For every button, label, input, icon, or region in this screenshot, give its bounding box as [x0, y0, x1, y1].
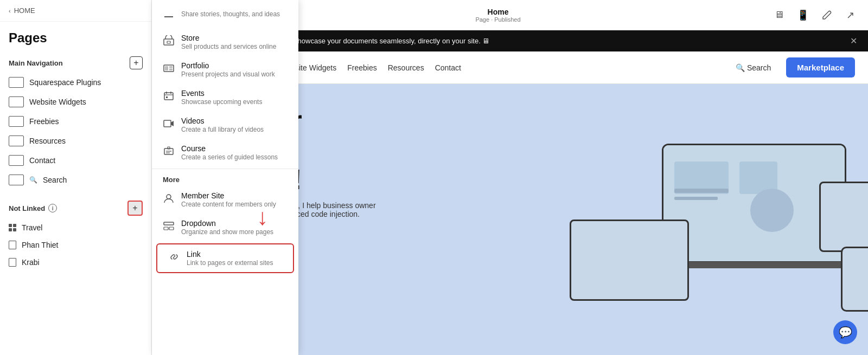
add-page-dropdown: Share stories, thoughts, and ideas Store…	[152, 0, 298, 355]
sidebar-item-search[interactable]: 🔍 Search	[0, 170, 151, 190]
dropdown-item-course[interactable]: Course Create a series of guided lessons	[152, 139, 298, 166]
sidebar-item-label: Travel	[22, 223, 42, 232]
svg-rect-11	[166, 96, 168, 98]
sidebar-item-label: Resources	[29, 137, 66, 145]
svg-rect-19	[164, 222, 174, 225]
svg-rect-21	[169, 227, 174, 230]
videos-icon	[163, 118, 175, 130]
page-icon	[9, 96, 24, 107]
back-label: HOME	[14, 7, 35, 15]
page-icon	[9, 135, 24, 146]
sidebar-item-resources[interactable]: Resources	[0, 131, 151, 151]
svg-rect-7	[164, 93, 173, 100]
svg-rect-27	[674, 197, 718, 200]
external-link-icon[interactable]: ↗	[842, 7, 859, 24]
site-nav-resources[interactable]: Resources	[388, 63, 424, 72]
events-icon	[163, 90, 175, 102]
search-label: Search	[747, 63, 771, 72]
not-linked-section: Not Linked i +	[0, 194, 151, 219]
svg-rect-2	[167, 41, 170, 43]
sidebar: ‹ HOME Pages Main Navigation + Squarespa…	[0, 0, 152, 355]
course-icon	[163, 145, 175, 157]
divider	[152, 169, 298, 169]
chat-bubble-button[interactable]: 💬	[833, 320, 857, 344]
sidebar-item-website-widgets[interactable]: Website Widgets	[0, 92, 151, 112]
back-button[interactable]: ‹ HOME	[0, 0, 151, 22]
edit-icon[interactable]	[818, 7, 835, 24]
page-icon	[9, 77, 24, 88]
page-icon	[9, 116, 24, 127]
sidebar-item-phan-thiet[interactable]: Phan Thiet	[0, 236, 151, 254]
chat-icon: 💬	[839, 326, 852, 339]
search-icon: 🔍	[736, 63, 745, 72]
site-search-button[interactable]: 🔍 Search	[736, 63, 771, 72]
sidebar-item-label: Squarespace Plugins	[29, 78, 101, 87]
main-nav-section: Main Navigation +	[0, 50, 151, 73]
dropdown-item-videos[interactable]: Videos Create a full library of videos	[152, 111, 298, 139]
member-site-icon	[163, 192, 175, 204]
add-not-linked-button[interactable]: +	[127, 201, 143, 216]
link-item-inner: Link Link to pages or external sites	[157, 244, 293, 272]
svg-rect-6	[169, 69, 173, 71]
dropdown-item-text: Videos Create a full library of videos	[181, 117, 264, 133]
dropdown-item-events[interactable]: Events Showcase upcoming events	[152, 83, 298, 111]
grid-icon	[9, 224, 16, 231]
sidebar-item-squarespace-plugins[interactable]: Squarespace Plugins	[0, 73, 151, 92]
more-label: More	[152, 171, 298, 186]
phone-mockup	[841, 247, 868, 312]
svg-point-25	[750, 189, 794, 232]
main-nav-label: Main Navigation	[9, 59, 63, 67]
desktop-view-icon[interactable]: 🖥	[770, 7, 788, 24]
dropdown-item-link[interactable]: Link Link to pages or external sites	[156, 243, 294, 273]
svg-rect-1	[164, 39, 174, 45]
svg-rect-4	[165, 66, 168, 70]
svg-rect-26	[674, 189, 729, 193]
chevron-left-icon: ‹	[9, 8, 11, 14]
sidebar-item-label: Phan Thiet	[22, 241, 58, 249]
sidebar-item-contact[interactable]: Contact	[0, 151, 151, 170]
add-main-nav-button[interactable]: +	[130, 56, 143, 69]
laptop-screen-content	[663, 145, 845, 261]
site-nav-contact[interactable]: Contact	[435, 63, 461, 72]
svg-rect-5	[169, 66, 173, 68]
dropdown-item-text: Share stories, thoughts, and ideas	[181, 10, 280, 18]
marketplace-button[interactable]: Marketplace	[786, 57, 855, 78]
svg-rect-12	[164, 120, 171, 127]
sidebar-item-travel[interactable]: Travel	[0, 219, 151, 236]
topbar-center: Home Page · Published	[475, 8, 520, 23]
sidebar-item-label: Search	[43, 176, 67, 184]
search-icon-text: 🔍	[29, 176, 37, 184]
dropdown-item-blog[interactable]: Share stories, thoughts, and ideas	[152, 4, 298, 28]
dropdown-item-text: Course Create a series of guided lessons	[181, 144, 278, 161]
dropdown-item-dropdown[interactable]: Dropdown Organize and show more pages	[152, 214, 298, 241]
dropdown-item-text: Events Showcase upcoming events	[181, 89, 262, 106]
store-icon	[163, 35, 175, 47]
laptop-screen	[663, 145, 845, 261]
sidebar-item-freebies[interactable]: Freebies	[0, 112, 151, 131]
dropdown-item-text: Link Link to pages or external sites	[187, 250, 273, 267]
dropdown-item-member-site[interactable]: Member Site Create content for members o…	[152, 186, 298, 214]
blog-icon	[163, 11, 175, 23]
small-laptop-mockup	[570, 220, 689, 301]
site-nav-freebies[interactable]: Freebies	[347, 63, 376, 72]
dropdown-item-store[interactable]: Store Sell products and services online	[152, 28, 298, 56]
svg-point-18	[167, 195, 171, 199]
page-icon	[9, 155, 24, 166]
sidebar-item-krabi[interactable]: Krabi	[0, 254, 151, 271]
banner-close-button[interactable]: ✕	[850, 36, 857, 46]
hero-devices	[542, 138, 868, 355]
section-separator	[0, 190, 151, 194]
svg-rect-20	[164, 227, 168, 230]
not-linked-label: Not Linked	[9, 204, 45, 212]
info-icon: i	[48, 204, 57, 212]
dropdown-item-text: Portfolio Present projects and visual wo…	[181, 61, 275, 78]
page-icon	[9, 241, 16, 249]
tablet-view-icon[interactable]: 📱	[794, 7, 812, 24]
red-arrow-indicator: ↓	[257, 206, 268, 229]
sidebar-item-label: Contact	[29, 156, 55, 165]
page-icon	[9, 175, 24, 185]
dropdown-item-text: Store Sell products and services online	[181, 34, 276, 50]
dropdown-item-portfolio[interactable]: Portfolio Present projects and visual wo…	[152, 56, 298, 83]
sidebar-item-label: Krabi	[22, 258, 40, 267]
link-icon	[168, 251, 180, 263]
